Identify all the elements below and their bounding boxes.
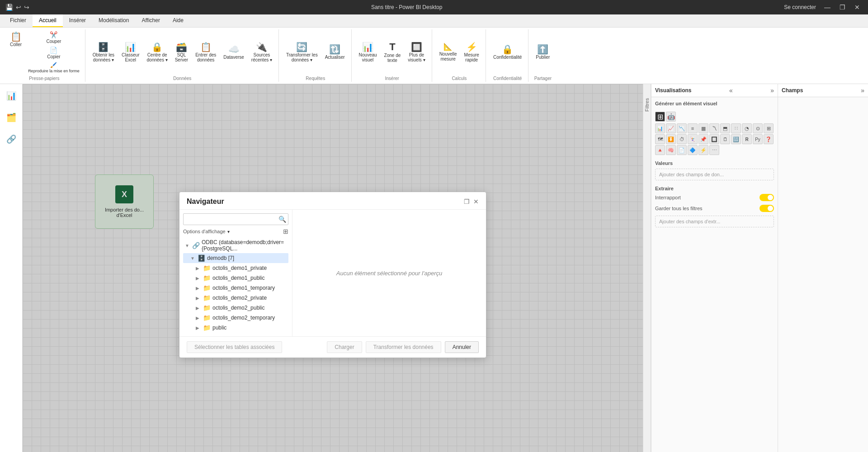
- select-tables-button[interactable]: Sélectionner les tables associées: [187, 341, 282, 353]
- champs-panel-expand[interactable]: »: [861, 87, 864, 94]
- save-icon[interactable]: 💾: [5, 4, 13, 11]
- obtenir-donnees-button[interactable]: 🗄️Obtenir lesdonnées ▾: [90, 41, 117, 64]
- connect-button[interactable]: Se connecter: [784, 4, 816, 10]
- undo-icon[interactable]: ↩: [16, 4, 21, 11]
- dialog-close-button[interactable]: ✕: [473, 198, 479, 205]
- tree-item-temp2[interactable]: ▶ 📁 octolis_demo2_temporary: [183, 313, 288, 323]
- viz-donut[interactable]: ⊙: [753, 123, 763, 133]
- centre-donnees-button[interactable]: 🔒Centre dedonnées ▾: [144, 41, 170, 64]
- viz-waterfall[interactable]: ⬒: [720, 123, 730, 133]
- transformer-button[interactable]: 🔄Transformer lesdonnées ▾: [283, 41, 321, 64]
- tree-item-public2[interactable]: ▶ 📁 octolis_demo2_public: [183, 303, 288, 313]
- tab-accueil[interactable]: Accueil: [33, 14, 63, 27]
- close-button[interactable]: ✕: [852, 4, 863, 11]
- viz-matrix[interactable]: 🔢: [731, 134, 741, 144]
- viz-card[interactable]: 🃏: [688, 134, 698, 144]
- viz-r[interactable]: R: [742, 134, 752, 144]
- viz-table[interactable]: 🗒: [720, 134, 730, 144]
- publier-button[interactable]: ⬆️Publier: [533, 43, 552, 61]
- tree-item-private2[interactable]: ▶ 📁 octolis_demo2_private: [183, 293, 288, 303]
- load-button[interactable]: Charger: [327, 341, 362, 353]
- viz-panel-collapse[interactable]: «: [729, 87, 733, 94]
- extraire-drop-zone[interactable]: Ajouter des champs d'extr...: [655, 216, 774, 227]
- tree-item-temp1[interactable]: ▶ 📁 octolis_demo1_temporary: [183, 283, 288, 293]
- nouvelle-mesure-button[interactable]: 📐Nouvellemesure: [437, 42, 460, 63]
- viz-panel-expand[interactable]: »: [770, 87, 774, 94]
- mesure-rapide-button[interactable]: ⚡Mesurerapide: [462, 41, 482, 64]
- viz-icon-build[interactable]: ⊞: [655, 112, 665, 122]
- tree-toggle-temp2[interactable]: ▶: [196, 315, 201, 320]
- tab-afficher[interactable]: Afficher: [135, 14, 166, 27]
- coller-button[interactable]: 📋 Coller: [7, 30, 24, 74]
- viz-powerapp[interactable]: ⚡: [698, 145, 708, 155]
- viz-gauge[interactable]: ⏱: [677, 134, 687, 144]
- tab-modelisation[interactable]: Modélisation: [92, 14, 135, 27]
- display-options-arrow[interactable]: ▾: [227, 229, 230, 234]
- tree-toggle-temp1[interactable]: ▶: [196, 286, 201, 291]
- sidebar-icon-report[interactable]: 📊: [3, 88, 19, 104]
- tree-toggle-odbc[interactable]: ▼: [185, 243, 190, 248]
- garder-filtres-toggle[interactable]: [760, 205, 774, 212]
- viz-python[interactable]: Py: [753, 134, 763, 144]
- tree-toggle-public1[interactable]: ▶: [196, 276, 201, 281]
- dialog-maximize-button[interactable]: ❐: [464, 198, 470, 205]
- tree-item-demodb[interactable]: ▼ 🗄️ demodb [7]: [183, 253, 288, 263]
- tree-toggle-private1[interactable]: ▶: [196, 266, 201, 271]
- sidebar-icon-model[interactable]: 🔗: [3, 131, 19, 147]
- tree-item-odbc[interactable]: ▼ 🔗 ODBC (database=demodb;driver={Postgr…: [183, 238, 288, 253]
- viz-slicer[interactable]: 🔲: [709, 134, 719, 144]
- sql-server-button[interactable]: 🗃️SQLServer: [172, 41, 191, 64]
- actualiser-button[interactable]: 🔃Actualiser: [322, 43, 348, 61]
- sources-recentes-button[interactable]: 🔌Sourcesrécentes ▾: [249, 41, 275, 64]
- viz-paginated[interactable]: 📄: [677, 145, 687, 155]
- tab-fichier[interactable]: Fichier: [4, 14, 33, 27]
- tree-toggle-private2[interactable]: ▶: [196, 296, 201, 301]
- viz-smart[interactable]: 🧠: [666, 145, 676, 155]
- viz-funnel[interactable]: ⏬: [666, 134, 676, 144]
- viz-bar2[interactable]: ▦: [698, 123, 708, 133]
- display-options-icon-btn[interactable]: ⊞: [283, 228, 288, 235]
- viz-kpi[interactable]: 📌: [698, 134, 708, 144]
- reproduire-button[interactable]: 🖌️Reproduire la mise en forme: [26, 61, 81, 74]
- entrer-donnees-button[interactable]: 📋Entrer desdonnées: [193, 41, 219, 64]
- viz-line[interactable]: 📈: [666, 123, 676, 133]
- tree-toggle-public[interactable]: ▶: [196, 325, 201, 330]
- tree-toggle-public2[interactable]: ▶: [196, 306, 201, 311]
- couper-button[interactable]: ✂️Couper: [26, 30, 81, 45]
- viz-map[interactable]: 🗺: [655, 134, 665, 144]
- plus-visuels-button[interactable]: 🔲Plus devisuels ▾: [405, 41, 428, 64]
- tree-item-public1[interactable]: ▶ 📁 octolis_demo1_public: [183, 273, 288, 283]
- viz-bar[interactable]: 📊: [655, 123, 665, 133]
- cancel-button[interactable]: Annuler: [445, 341, 479, 353]
- viz-ribbon[interactable]: 〽: [709, 123, 719, 133]
- classeur-excel-button[interactable]: 📊ClasseurExcel: [119, 41, 142, 64]
- maximize-button[interactable]: ❐: [837, 4, 848, 11]
- dialog-search-input[interactable]: [184, 214, 277, 224]
- valeurs-drop-zone[interactable]: Ajouter des champs de don...: [655, 169, 774, 180]
- tree-item-public[interactable]: ▶ 📁 public: [183, 323, 288, 333]
- dataverse-button[interactable]: ☁️Dataverse: [221, 43, 247, 61]
- viz-pie[interactable]: ◔: [742, 123, 752, 133]
- tree-item-private1[interactable]: ▶ 📁 octolis_demo1_private: [183, 263, 288, 273]
- sidebar-icon-data[interactable]: 🗂️: [3, 109, 19, 126]
- viz-more[interactable]: ⋯: [709, 145, 719, 155]
- viz-qna[interactable]: ❓: [764, 134, 774, 144]
- nouveau-visuel-button[interactable]: 📊Nouveauvisuel: [356, 41, 380, 64]
- viz-decomp[interactable]: 🔺: [655, 145, 665, 155]
- viz-shape[interactable]: 🔷: [688, 145, 698, 155]
- interrapport-toggle[interactable]: [760, 194, 774, 201]
- redo-icon[interactable]: ↪: [24, 4, 29, 11]
- minimize-button[interactable]: —: [821, 4, 833, 11]
- copier-button[interactable]: 📄Copier: [26, 46, 81, 60]
- zone-texte-button[interactable]: TZone detexte: [382, 40, 404, 65]
- viz-treemap[interactable]: ⊞: [764, 123, 774, 133]
- viz-scatter[interactable]: ∷: [731, 123, 741, 133]
- viz-area[interactable]: 📉: [677, 123, 687, 133]
- filter-sidebar[interactable]: Filtres: [643, 84, 651, 452]
- transform-button[interactable]: Transformer les données: [366, 341, 441, 353]
- viz-icon-ai[interactable]: 🤖: [666, 112, 676, 122]
- tab-inserer[interactable]: Insérer: [63, 14, 92, 27]
- tab-aide[interactable]: Aide: [166, 14, 190, 27]
- viz-stacked-bar[interactable]: ≡: [688, 123, 698, 133]
- tree-toggle-demodb[interactable]: ▼: [190, 256, 196, 261]
